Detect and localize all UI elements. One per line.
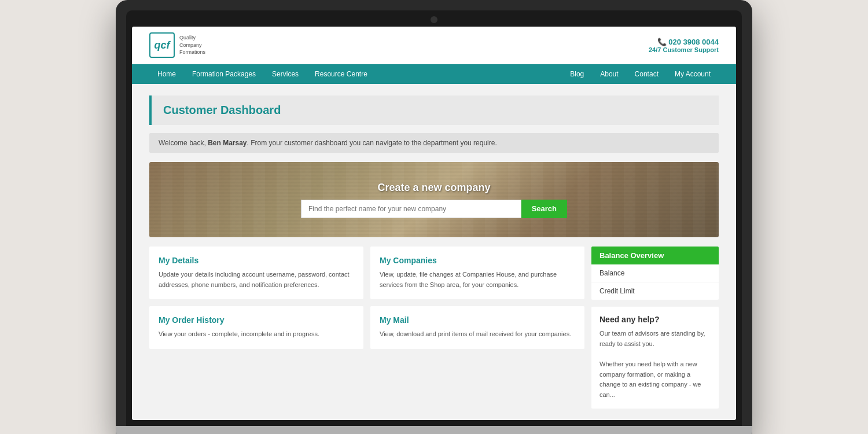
nav-blog[interactable]: Blog (562, 64, 592, 84)
left-column: My Details Update your details including… (149, 247, 363, 409)
hero-search-row: Search (301, 200, 567, 218)
my-order-history-card[interactable]: My Order History View your orders - comp… (149, 306, 363, 349)
my-companies-desc: View, update, file changes at Companies … (380, 270, 575, 290)
company-search-input[interactable] (301, 200, 521, 218)
page-title: Customer Dashboard (163, 104, 707, 117)
my-details-card[interactable]: My Details Update your details including… (149, 247, 363, 299)
my-details-desc: Update your details including account us… (159, 270, 354, 290)
need-help-title: Need any help? (599, 315, 711, 324)
hero-title: Create a new company (377, 182, 490, 194)
screen-bezel: qcf QualityCompanyFormations 📞 020 3908 … (126, 10, 742, 426)
balance-item-balance: Balance (591, 264, 719, 282)
my-mail-desc: View, download and print items of mail r… (380, 329, 575, 340)
my-order-history-desc: View your orders - complete, incomplete … (159, 329, 354, 340)
my-details-title: My Details (159, 256, 354, 265)
balance-overview-card: Balance Overview Balance Credit Limit (591, 247, 719, 300)
balance-item-credit-limit: Credit Limit (591, 282, 719, 300)
balance-overview-title: Balance Overview (591, 247, 719, 264)
dashboard-title-bar: Customer Dashboard (149, 95, 719, 125)
logo-icon: qcf (149, 32, 175, 58)
nav-resource-centre[interactable]: Resource Centre (307, 64, 376, 84)
screen: qcf QualityCompanyFormations 📞 020 3908 … (132, 27, 736, 420)
need-help-card: Need any help? Our team of advisors are … (591, 307, 719, 409)
company-search-button[interactable]: Search (521, 200, 567, 218)
camera (431, 16, 437, 23)
my-mail-title: My Mail (380, 315, 575, 325)
nav-home[interactable]: Home (149, 64, 184, 84)
nav-my-account[interactable]: My Account (667, 64, 719, 84)
nav-services[interactable]: Services (264, 64, 307, 84)
welcome-bar: Welcome back, Ben Marsay. From your cust… (149, 133, 719, 153)
middle-column: My Companies View, update, file changes … (370, 247, 584, 409)
sidebar: Balance Overview Balance Credit Limit Ne… (591, 247, 719, 409)
logo[interactable]: qcf QualityCompanyFormations (149, 32, 205, 58)
need-help-text1: Our team of advisors are standing by, re… (599, 329, 711, 349)
my-companies-title: My Companies (380, 256, 575, 265)
my-order-history-title: My Order History (159, 315, 354, 325)
contact-support: 24/7 Customer Support (649, 46, 719, 53)
logo-subtext: QualityCompanyFormations (179, 34, 205, 56)
laptop-frame: qcf QualityCompanyFormations 📞 020 3908 … (116, 0, 752, 434)
my-companies-card[interactable]: My Companies View, update, file changes … (370, 247, 584, 299)
main-nav: Home Formation Packages Services Resourc… (132, 64, 736, 84)
my-mail-card[interactable]: My Mail View, download and print items o… (370, 306, 584, 349)
cards-grid: My Details Update your details including… (149, 247, 719, 409)
welcome-prefix: Welcome back, (159, 139, 208, 147)
phone-icon: 📞 (657, 38, 667, 46)
user-name: Ben Marsay (208, 139, 247, 147)
nav-formation-packages[interactable]: Formation Packages (184, 64, 264, 84)
nav-about[interactable]: About (592, 64, 626, 84)
contact-phone: 📞 020 3908 0044 (649, 38, 719, 46)
main-content: Customer Dashboard Welcome back, Ben Mar… (132, 84, 736, 420)
hero-banner: Create a new company Search (149, 162, 719, 237)
top-bar: qcf QualityCompanyFormations 📞 020 3908 … (132, 27, 736, 64)
laptop-base (116, 426, 752, 434)
welcome-suffix: . From your customer dashboard you can n… (247, 139, 497, 147)
contact-info: 📞 020 3908 0044 24/7 Customer Support (649, 38, 719, 53)
need-help-text2: Whether you need help with a new company… (599, 359, 711, 400)
nav-contact[interactable]: Contact (627, 64, 667, 84)
